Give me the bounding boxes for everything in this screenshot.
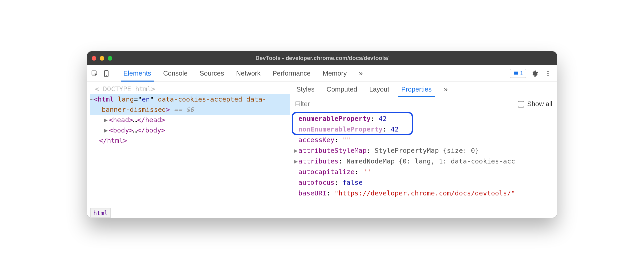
filter-input[interactable] xyxy=(295,100,514,108)
dom-html-close[interactable]: </html> xyxy=(90,135,290,146)
maximize-icon[interactable] xyxy=(108,56,112,61)
property-row[interactable]: autofocus: false xyxy=(294,177,557,188)
subtab-properties[interactable]: Properties xyxy=(395,82,438,97)
chevron-double-icon xyxy=(359,69,363,78)
devtools-window: DevTools - developer.chrome.com/docs/dev… xyxy=(87,51,557,218)
inspect-icon[interactable] xyxy=(90,69,100,79)
tabs-overflow[interactable] xyxy=(353,65,369,82)
window-controls xyxy=(92,56,112,61)
split-view: <!DOCTYPE html> ⋯<html lang="en" data-co… xyxy=(87,82,557,218)
expand-icon[interactable]: ▶ xyxy=(104,115,109,125)
issues-count: 1 xyxy=(520,70,523,77)
svg-point-4 xyxy=(547,73,549,74)
svg-point-3 xyxy=(547,71,549,72)
main-toolbar: Elements Console Sources Network Perform… xyxy=(87,65,557,82)
dom-doctype[interactable]: <!DOCTYPE html> xyxy=(90,84,290,94)
chevron-double-icon xyxy=(444,85,448,94)
properties-list[interactable]: enumerableProperty: 42nonEnumerablePrope… xyxy=(290,111,557,198)
issues-button[interactable]: 1 xyxy=(510,69,526,78)
elements-pane: <!DOCTYPE html> ⋯<html lang="en" data-co… xyxy=(87,82,290,218)
selected-marker: == $0 xyxy=(170,106,194,114)
sidebar-pane: Styles Computed Layout Properties Show a… xyxy=(290,82,557,218)
show-all-toggle[interactable]: Show all xyxy=(518,100,552,108)
property-row[interactable]: baseURI: "https://developer.chrome.com/d… xyxy=(294,188,557,198)
dom-html-element[interactable]: ⋯<html lang="en" data-cookies-accepted d… xyxy=(90,94,290,115)
property-row[interactable]: nonEnumerableProperty: 42 xyxy=(294,124,557,134)
tab-network[interactable]: Network xyxy=(230,65,266,82)
subtab-styles[interactable]: Styles xyxy=(290,82,320,97)
subtabs-overflow[interactable] xyxy=(438,82,454,97)
settings-icon[interactable] xyxy=(530,69,540,79)
toolbar-right: 1 xyxy=(510,65,554,82)
ellipsis-icon: ⋯ xyxy=(90,95,94,103)
svg-point-5 xyxy=(547,75,549,76)
tab-console[interactable]: Console xyxy=(157,65,193,82)
filter-bar: Show all xyxy=(290,97,557,111)
toolbar-left xyxy=(90,65,115,82)
property-row[interactable]: autocapitalize: "" xyxy=(294,166,557,177)
breadcrumb[interactable]: html xyxy=(87,208,290,218)
tab-memory[interactable]: Memory xyxy=(317,65,353,82)
minimize-icon[interactable] xyxy=(100,56,104,61)
property-row[interactable]: enumerableProperty: 42 xyxy=(294,113,557,124)
sidebar-tabs: Styles Computed Layout Properties xyxy=(290,82,557,97)
titlebar: DevTools - developer.chrome.com/docs/dev… xyxy=(87,51,557,65)
window-title: DevTools - developer.chrome.com/docs/dev… xyxy=(255,55,388,62)
property-row[interactable]: ▶attributes: NamedNodeMap {0: lang, 1: d… xyxy=(294,156,557,166)
tab-sources[interactable]: Sources xyxy=(194,65,230,82)
checkbox-icon[interactable] xyxy=(518,101,524,108)
tab-elements[interactable]: Elements xyxy=(117,65,157,82)
property-row[interactable]: accessKey: "" xyxy=(294,134,557,145)
subtab-computed[interactable]: Computed xyxy=(320,82,363,97)
main-tabs: Elements Console Sources Network Perform… xyxy=(115,65,369,82)
close-icon[interactable] xyxy=(92,56,96,61)
tab-performance[interactable]: Performance xyxy=(267,65,317,82)
device-toggle-icon[interactable] xyxy=(102,69,112,79)
dom-head[interactable]: ▶<head>…</head> xyxy=(90,115,290,125)
show-all-label: Show all xyxy=(527,100,552,108)
more-icon[interactable] xyxy=(543,69,553,79)
breadcrumb-item[interactable]: html xyxy=(90,208,111,218)
dom-tree[interactable]: <!DOCTYPE html> ⋯<html lang="en" data-co… xyxy=(87,82,290,208)
property-row[interactable]: ▶attributeStyleMap: StylePropertyMap {si… xyxy=(294,145,557,156)
expand-icon[interactable]: ▶ xyxy=(104,125,109,135)
dom-body[interactable]: ▶<body>…</body> xyxy=(90,125,290,135)
subtab-layout[interactable]: Layout xyxy=(363,82,395,97)
